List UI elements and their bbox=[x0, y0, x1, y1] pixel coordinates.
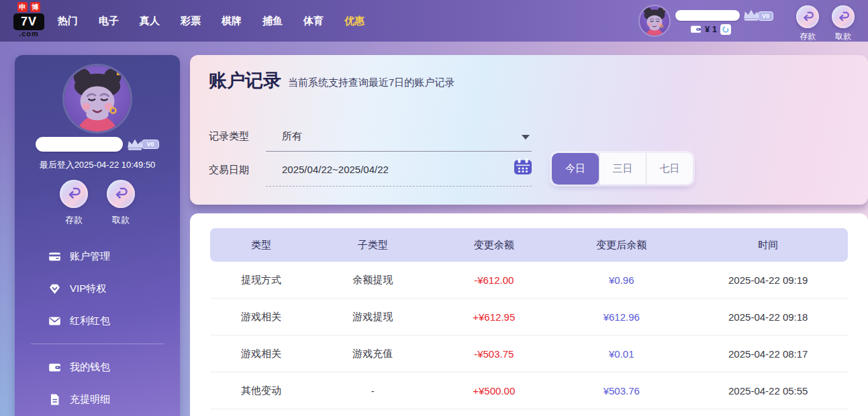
range-button-3days[interactable]: 三日 bbox=[599, 153, 646, 185]
cell-time: 2025-04-22 08:17 bbox=[689, 348, 849, 360]
sidebar-item-vip-privileges[interactable]: VIP特权 bbox=[15, 272, 180, 305]
username-redacted[interactable] bbox=[675, 10, 740, 21]
logo-badge-2: 博 bbox=[30, 2, 40, 12]
sidebar-item-bonus-redpacket[interactable]: 红利红包 bbox=[15, 305, 180, 337]
table-row: 游戏相关 游戏充值 -¥503.75 ¥0.01 2025-04-22 08:1… bbox=[210, 335, 848, 372]
balance-amount: ¥ 1 bbox=[705, 24, 717, 34]
range-button-7days[interactable]: 七日 bbox=[646, 153, 693, 185]
column-header-after-balance: 变更后余额 bbox=[554, 239, 689, 252]
menu-label: 充提明细 bbox=[70, 393, 110, 406]
cell-subtype: 游戏充值 bbox=[312, 348, 434, 360]
deposit-label: 存款 bbox=[60, 214, 88, 226]
avatar[interactable] bbox=[64, 66, 130, 132]
page-title: 账户记录 bbox=[209, 68, 281, 93]
cell-change-amount: -¥503.75 bbox=[434, 348, 555, 360]
withdraw-button[interactable]: 取款 bbox=[107, 180, 135, 226]
nav-item-live[interactable]: 真人 bbox=[140, 15, 160, 28]
logo-suffix: .com bbox=[11, 30, 47, 38]
deposit-label: 存款 bbox=[794, 31, 821, 42]
sidebar: V0 最后登入2025-04-22 10:49:50 存款 取款 账户管理 VI… bbox=[15, 55, 180, 416]
cell-type: 其他变动 bbox=[210, 384, 312, 397]
nav-item-promotions[interactable]: 优惠 bbox=[344, 15, 365, 28]
deposit-icon bbox=[60, 180, 88, 208]
cell-after-balance: ¥503.76 bbox=[554, 385, 689, 397]
withdraw-icon bbox=[832, 5, 855, 28]
records-table-panel: 类型 子类型 变更余额 变更后余额 时间 提现方式 余额提现 -¥612.00 … bbox=[190, 213, 868, 416]
deposit-icon bbox=[796, 5, 819, 28]
withdraw-icon bbox=[107, 180, 135, 208]
date-range-input[interactable]: 2025/04/22~2025/04/22 bbox=[282, 164, 389, 175]
vip-level-badge: V0 bbox=[142, 140, 158, 149]
document-icon bbox=[48, 393, 61, 406]
logo-badge-1: 申 bbox=[17, 2, 28, 12]
sidebar-actions: 存款 取款 bbox=[15, 180, 180, 226]
red-envelope-icon bbox=[48, 315, 61, 327]
column-header-type: 类型 bbox=[210, 239, 312, 252]
last-login-text: 最后登入2025-04-22 10:49:50 bbox=[15, 159, 180, 171]
cell-subtype: 余额提现 bbox=[312, 274, 434, 287]
sidebar-item-my-wallet[interactable]: 我的钱包 bbox=[15, 351, 180, 383]
avatar[interactable] bbox=[640, 6, 669, 36]
withdraw-label: 取款 bbox=[107, 214, 135, 226]
nav-item-hot[interactable]: 热门 bbox=[58, 15, 78, 28]
table-row: 其他变动 - +¥500.00 ¥503.76 2025-04-22 05:55 bbox=[210, 372, 848, 409]
date-range-quick-buttons: 今日 三日 七日 bbox=[552, 153, 693, 185]
cell-after-balance: ¥0.01 bbox=[554, 348, 689, 360]
deposit-button[interactable]: 存款 bbox=[60, 180, 88, 226]
cell-type: 游戏相关 bbox=[210, 311, 312, 323]
main-nav: 热门 电子 真人 彩票 棋牌 捕鱼 体育 优惠 bbox=[58, 0, 365, 42]
cell-after-balance: ¥612.96 bbox=[554, 311, 689, 323]
refresh-balance-icon[interactable] bbox=[720, 24, 731, 35]
site-logo[interactable]: 申 博 7V .com bbox=[11, 2, 47, 38]
wallet-icon bbox=[690, 23, 702, 35]
nav-item-lottery[interactable]: 彩票 bbox=[181, 15, 201, 28]
chevron-down-icon[interactable] bbox=[522, 135, 530, 140]
balance-row: ¥ 1 bbox=[690, 23, 731, 35]
menu-label: 账户管理 bbox=[70, 250, 110, 263]
cell-type: 游戏相关 bbox=[210, 348, 312, 360]
cell-time: 2025-04-22 09:19 bbox=[689, 274, 849, 286]
sidebar-item-deposit-withdraw-details[interactable]: 充提明细 bbox=[15, 383, 180, 415]
record-type-label: 记录类型 bbox=[209, 130, 249, 143]
withdraw-label: 取款 bbox=[830, 31, 857, 42]
range-button-today[interactable]: 今日 bbox=[552, 153, 599, 185]
nav-item-slots[interactable]: 电子 bbox=[99, 15, 119, 28]
vip-level-badge: V0 bbox=[758, 11, 773, 21]
page-subtitle: 当前系统支持查询最近7日的账户记录 bbox=[288, 76, 454, 93]
cell-change-amount: +¥500.00 bbox=[434, 385, 555, 397]
nav-item-sports[interactable]: 体育 bbox=[303, 15, 324, 28]
column-header-time: 时间 bbox=[689, 239, 849, 252]
withdraw-button[interactable]: 取款 bbox=[830, 5, 857, 42]
nav-item-fishing[interactable]: 捕鱼 bbox=[262, 15, 283, 28]
vip-gem-icon bbox=[48, 282, 61, 295]
date-range-underline bbox=[266, 186, 532, 187]
cell-type: 提现方式 bbox=[210, 274, 312, 287]
calendar-icon[interactable] bbox=[514, 158, 532, 175]
menu-label: 我的钱包 bbox=[70, 361, 110, 374]
cell-after-balance: ¥0.96 bbox=[554, 274, 689, 286]
column-header-change: 变更余额 bbox=[434, 239, 555, 252]
date-range-label: 交易日期 bbox=[209, 164, 249, 176]
sidebar-menu: 账户管理 VIP特权 红利红包 我的钱包 充提明细 bbox=[15, 240, 180, 415]
username-redacted bbox=[36, 137, 123, 152]
cell-subtype: - bbox=[312, 385, 434, 397]
table-row: 游戏相关 游戏提现 +¥612.95 ¥612.96 2025-04-22 09… bbox=[210, 299, 848, 335]
logo-badges: 申 博 bbox=[11, 2, 47, 12]
panel-title-row: 账户记录 当前系统支持查询最近7日的账户记录 bbox=[209, 68, 454, 93]
record-type-underline bbox=[266, 151, 532, 152]
sidebar-item-account-management[interactable]: 账户管理 bbox=[15, 240, 180, 272]
cell-change-amount: -¥612.00 bbox=[434, 274, 555, 286]
nav-item-chess[interactable]: 棋牌 bbox=[222, 15, 242, 28]
deposit-button[interactable]: 存款 bbox=[794, 5, 821, 42]
top-nav-bar: 申 博 7V .com 热门 电子 真人 彩票 棋牌 捕鱼 体育 优惠 V0 ¥… bbox=[0, 0, 868, 42]
column-header-subtype: 子类型 bbox=[312, 239, 434, 252]
record-type-select[interactable]: 所有 bbox=[282, 130, 302, 143]
table-header-row: 类型 子类型 变更余额 变更后余额 时间 bbox=[210, 228, 848, 262]
cell-change-amount: +¥612.95 bbox=[434, 311, 555, 323]
menu-label: VIP特权 bbox=[70, 282, 106, 295]
table-row: 提现方式 余额提现 -¥612.00 ¥0.96 2025-04-22 09:1… bbox=[210, 262, 848, 299]
wallet-icon bbox=[48, 361, 61, 374]
cell-subtype: 游戏提现 bbox=[312, 311, 434, 323]
user-row: V0 bbox=[15, 137, 180, 152]
bank-card-icon bbox=[48, 250, 61, 263]
